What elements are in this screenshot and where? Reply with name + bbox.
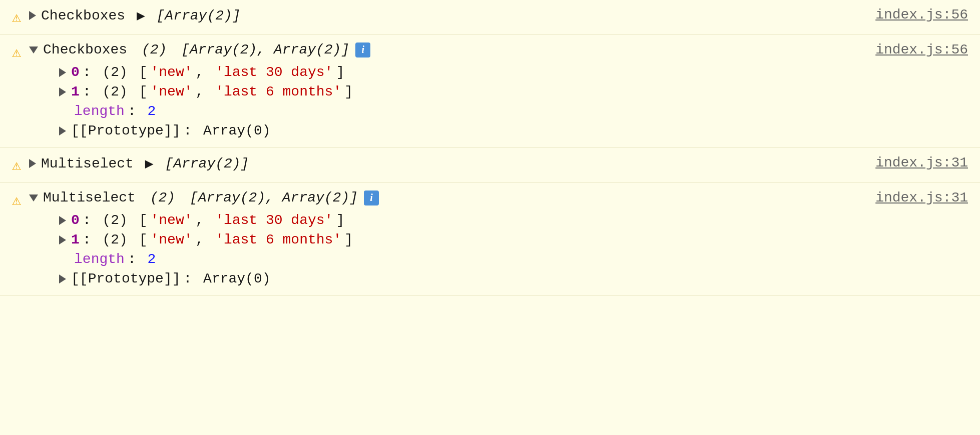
item-comma-2-1: , <box>196 84 213 100</box>
expand-toggle-1[interactable] <box>29 11 36 20</box>
length-row-2: length : 2 <box>29 104 855 119</box>
console-row-1: ⚠ Checkboxes ▶ [Array(2)] index.js:56 <box>0 0 980 35</box>
length-colon-4: : <box>128 252 145 267</box>
console-row-3: ⚠ Multiselect ▶ [Array(2)] index.js:31 <box>0 148 980 183</box>
row-main-line-3: Multiselect ▶ [Array(2)] <box>29 155 855 172</box>
array-count-4: (2) <box>150 190 175 206</box>
row-main-line-1: Checkboxes ▶ [Array(2)] <box>29 7 855 24</box>
row-content-4: Multiselect (2) [Array(2), Array(2)] i 0… <box>29 190 855 286</box>
info-badge-2[interactable]: i <box>355 42 370 58</box>
prototype-colon-4: : <box>184 271 201 286</box>
length-row-4: length : 2 <box>29 252 855 267</box>
array-item-4-1: 1 : (2) [ 'new' , 'last 6 months' ] <box>29 232 855 248</box>
row-main-line-2: Checkboxes (2) [Array(2), Array(2)] i <box>29 42 855 58</box>
prototype-value-2: Array(0) <box>203 123 270 138</box>
length-value-4: 2 <box>148 252 156 267</box>
item-bracket-close-4-1: ] <box>344 232 353 248</box>
item-val0-4-1: 'new' <box>151 232 193 248</box>
spacer-4 <box>139 190 147 206</box>
length-value-2: 2 <box>148 104 156 119</box>
row-label-2: Checkboxes <box>43 42 127 58</box>
item-val1-4-0: 'last 30 days' <box>215 212 333 228</box>
item-bracket-open-4-0: [ <box>131 212 148 228</box>
array-display-4: [Array(2), Array(2)] <box>190 190 358 206</box>
item-count-4-1: (2) <box>102 232 127 248</box>
prototype-expand-4[interactable] <box>59 274 66 284</box>
console-row-2: ⚠ Checkboxes (2) [Array(2), Array(2)] i … <box>0 35 980 148</box>
prototype-value-4: Array(0) <box>203 271 270 286</box>
info-badge-4[interactable]: i <box>364 190 379 206</box>
row-label-3: Multiselect <box>41 156 134 172</box>
warning-icon-4: ⚠ <box>12 191 21 210</box>
spacer-2b <box>170 42 178 58</box>
array-item-2-0: 0 : (2) [ 'new' , 'last 30 days' ] <box>29 64 855 80</box>
collapse-toggle-2[interactable] <box>29 46 38 54</box>
row-label-4: Multiselect <box>43 190 136 206</box>
prototype-row-4: [[Prototype]] : Array(0) <box>29 271 855 286</box>
item-expand-4-0[interactable] <box>59 216 66 225</box>
prototype-label-2: [[Prototype]] <box>71 123 180 138</box>
length-label-2: length <box>74 104 125 119</box>
item-bracket-close-4-0: ] <box>336 212 344 228</box>
expand-toggle-3[interactable] <box>29 159 36 168</box>
item-colon-4-0: : <box>83 212 100 228</box>
item-comma-2-0: , <box>196 64 213 80</box>
item-val0-4-0: 'new' <box>151 212 193 228</box>
prototype-expand-2[interactable] <box>59 126 66 136</box>
spacer-2 <box>130 42 139 58</box>
item-comma-4-1: , <box>196 232 213 248</box>
item-expand-2-1[interactable] <box>59 88 66 96</box>
warning-icon-2: ⚠ <box>12 43 21 62</box>
item-colon-2-1: : <box>83 84 100 100</box>
item-expand-2-0[interactable] <box>59 68 66 77</box>
item-index-2-0: 0 <box>71 64 80 80</box>
array-count-2: (2) <box>142 42 167 58</box>
row-content-2: Checkboxes (2) [Array(2), Array(2)] i 0 … <box>29 42 855 138</box>
item-val1-2-1: 'last 6 months' <box>215 84 341 100</box>
array-item-2-1: 1 : (2) [ 'new' , 'last 6 months' ] <box>29 84 855 100</box>
file-link-1[interactable]: index.js:56 <box>855 7 968 22</box>
item-bracket-close-2-1: ] <box>344 84 353 100</box>
item-val1-4-1: 'last 6 months' <box>215 232 341 248</box>
collapse-toggle-4[interactable] <box>29 194 38 202</box>
item-colon-4-1: : <box>83 232 100 248</box>
row-content-3: Multiselect ▶ [Array(2)] <box>29 155 855 172</box>
item-index-4-1: 1 <box>71 232 80 248</box>
item-bracket-open-2-1: [ <box>131 84 148 100</box>
length-label-4: length <box>74 252 125 267</box>
spacer-1: ▶ <box>128 7 153 24</box>
row-content-1: Checkboxes ▶ [Array(2)] <box>29 7 855 24</box>
item-val0-2-0: 'new' <box>151 64 193 80</box>
console-row-4: ⚠ Multiselect (2) [Array(2), Array(2)] i… <box>0 183 980 296</box>
warning-icon-3: ⚠ <box>12 156 21 174</box>
array-display-1: [Array(2)] <box>157 8 241 24</box>
array-display-3: [Array(2)] <box>165 156 249 172</box>
item-count-4-0: (2) <box>102 212 127 228</box>
item-bracket-close-2-0: ] <box>336 64 344 80</box>
item-val1-2-0: 'last 30 days' <box>215 64 333 80</box>
item-expand-4-1[interactable] <box>59 236 66 244</box>
row-label-1: Checkboxes <box>41 8 125 24</box>
expanded-content-2: 0 : (2) [ 'new' , 'last 30 days' ] 1 : <box>29 64 855 138</box>
item-index-4-0: 0 <box>71 212 80 228</box>
item-comma-4-0: , <box>196 212 213 228</box>
prototype-row-2: [[Prototype]] : Array(0) <box>29 123 855 138</box>
file-link-4[interactable]: index.js:31 <box>855 190 968 206</box>
spacer-4b <box>178 190 187 206</box>
expanded-content-4: 0 : (2) [ 'new' , 'last 30 days' ] 1 : <box>29 212 855 286</box>
file-link-2[interactable]: index.js:56 <box>855 42 968 58</box>
array-item-4-0: 0 : (2) [ 'new' , 'last 30 days' ] <box>29 212 855 228</box>
item-colon-2-0: : <box>83 64 100 80</box>
item-bracket-open-4-1: [ <box>131 232 148 248</box>
array-display-2: [Array(2), Array(2)] <box>181 42 349 58</box>
prototype-colon-2: : <box>184 123 201 138</box>
item-val0-2-1: 'new' <box>151 84 193 100</box>
warning-icon-1: ⚠ <box>12 8 21 26</box>
item-count-2-1: (2) <box>102 84 127 100</box>
file-link-3[interactable]: index.js:31 <box>855 155 968 170</box>
console-panel: ⚠ Checkboxes ▶ [Array(2)] index.js:56 ⚠ … <box>0 0 980 296</box>
length-colon-2: : <box>128 104 145 119</box>
prototype-label-4: [[Prototype]] <box>71 271 180 286</box>
item-index-2-1: 1 <box>71 84 80 100</box>
spacer-3: ▶ <box>137 155 162 172</box>
